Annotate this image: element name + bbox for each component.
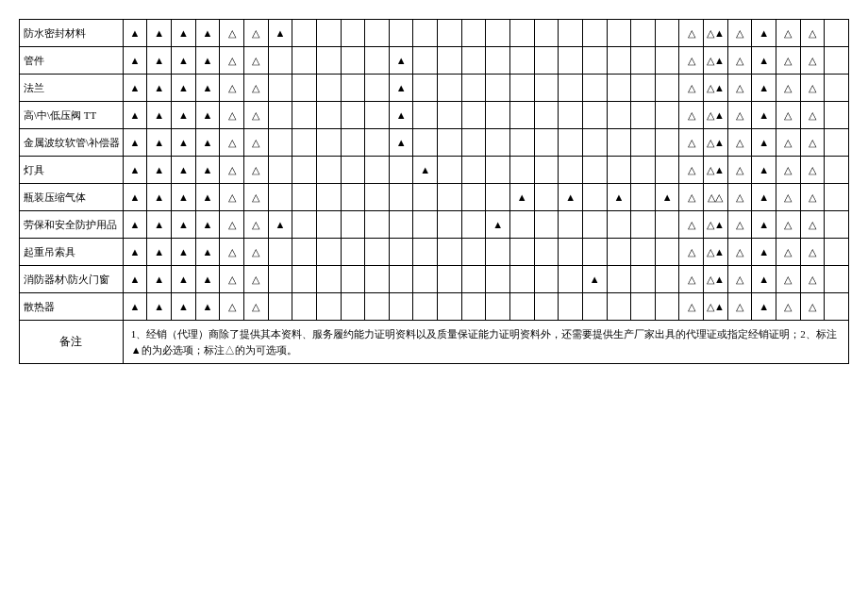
mark-cell (413, 75, 438, 102)
mark-cell (607, 293, 631, 321)
mark-cell (582, 20, 607, 47)
mark-cell: △ (679, 75, 704, 102)
mark-cell (582, 47, 607, 75)
mark-cell: ▲ (172, 184, 196, 211)
mark-cell: ▲ (195, 129, 220, 157)
row-label: 高\中\低压阀 TT (20, 102, 124, 129)
mark-cell (534, 20, 559, 47)
mark-cell (292, 129, 317, 157)
mark-cell (655, 157, 679, 184)
mark-cell (365, 102, 390, 129)
mark-cell (509, 20, 534, 47)
mark-cell: △ (727, 211, 752, 239)
mark-cell (655, 211, 679, 239)
mark-cell (438, 293, 462, 321)
mark-cell (825, 47, 849, 75)
mark-cell (534, 75, 559, 102)
mark-cell (365, 75, 390, 102)
mark-cell (486, 184, 510, 211)
mark-cell: △ (220, 157, 244, 184)
mark-cell: △▲ (704, 47, 728, 75)
mark-cell (461, 102, 486, 129)
mark-cell: ▲ (389, 75, 413, 102)
mark-cell: △ (727, 293, 752, 321)
mark-cell: ▲ (172, 239, 196, 266)
mark-cell: △▲ (704, 266, 728, 293)
mark-cell (825, 102, 849, 129)
mark-cell: △ (220, 20, 244, 47)
mark-cell: ▲ (752, 211, 776, 239)
mark-cell (825, 293, 849, 321)
mark-cell: ▲ (389, 102, 413, 129)
mark-cell: ▲ (752, 20, 776, 47)
mark-cell: △ (243, 293, 268, 321)
mark-cell: △ (220, 293, 244, 321)
mark-cell (341, 20, 365, 47)
mark-cell (389, 266, 413, 293)
mark-cell (292, 75, 317, 102)
mark-cell: △△ (704, 184, 728, 211)
mark-cell (534, 239, 559, 266)
mark-cell: △ (800, 129, 825, 157)
mark-cell (582, 293, 607, 321)
mark-cell (461, 47, 486, 75)
mark-cell (631, 47, 656, 75)
mark-cell: ▲ (655, 184, 679, 211)
mark-cell (825, 184, 849, 211)
mark-cell (365, 239, 390, 266)
mark-cell (438, 47, 462, 75)
mark-cell (438, 157, 462, 184)
mark-cell: ▲ (559, 184, 583, 211)
table-row: 防水密封材料▲▲▲▲△△▲△△▲△▲△△ (20, 20, 849, 47)
mark-cell (341, 75, 365, 102)
mark-cell (509, 129, 534, 157)
mark-cell (341, 239, 365, 266)
mark-cell (341, 211, 365, 239)
mark-cell (559, 266, 583, 293)
mark-cell (655, 20, 679, 47)
mark-cell: △ (220, 184, 244, 211)
mark-cell (268, 239, 292, 266)
mark-cell: △ (727, 184, 752, 211)
mark-cell: △ (800, 239, 825, 266)
mark-cell (631, 184, 656, 211)
mark-cell (534, 211, 559, 239)
mark-cell: ▲ (486, 211, 510, 239)
mark-cell: ▲ (147, 184, 172, 211)
mark-cell: △ (679, 211, 704, 239)
mark-cell (559, 47, 583, 75)
remark-row: 备注1、经销（代理）商除了提供其本资料、服务履约能力证明资料以及质量保证能力证明… (20, 321, 849, 364)
mark-cell (268, 293, 292, 321)
mark-cell (509, 102, 534, 129)
mark-cell: ▲ (172, 47, 196, 75)
mark-cell: △ (243, 47, 268, 75)
mark-cell: ▲ (752, 266, 776, 293)
mark-cell: ▲ (147, 157, 172, 184)
mark-cell (534, 184, 559, 211)
mark-cell: ▲ (123, 157, 147, 184)
mark-cell: △ (243, 129, 268, 157)
mark-cell: △ (776, 184, 801, 211)
mark-cell: ▲ (147, 266, 172, 293)
mark-cell (655, 239, 679, 266)
mark-cell: ▲ (389, 129, 413, 157)
mark-cell: △ (776, 211, 801, 239)
mark-cell: △ (800, 20, 825, 47)
mark-cell (365, 211, 390, 239)
row-label: 管件 (20, 47, 124, 75)
mark-cell: ▲ (172, 157, 196, 184)
mark-cell: △▲ (704, 102, 728, 129)
mark-cell (486, 102, 510, 129)
mark-cell (268, 157, 292, 184)
mark-cell: ▲ (147, 239, 172, 266)
mark-cell: △ (727, 266, 752, 293)
mark-cell (438, 184, 462, 211)
mark-cell: △ (727, 239, 752, 266)
mark-cell: ▲ (123, 102, 147, 129)
mark-cell: △ (800, 47, 825, 75)
mark-cell: △ (776, 20, 801, 47)
mark-cell: △▲ (704, 129, 728, 157)
row-label: 散热器 (20, 293, 124, 321)
mark-cell (413, 20, 438, 47)
mark-cell (655, 102, 679, 129)
